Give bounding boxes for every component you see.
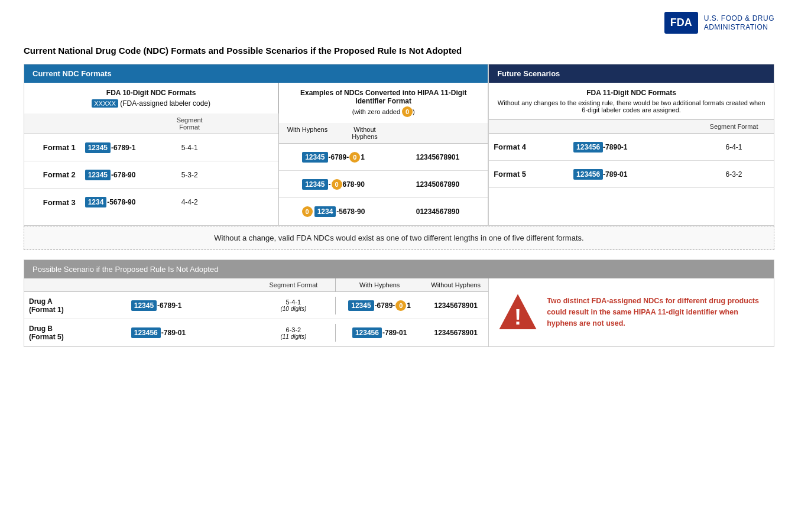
- hyph-zero-first-3: 0: [302, 206, 313, 217]
- format-label-2: Format 2: [24, 166, 80, 184]
- table-row: Format 4 123456-7890-1 6-4-1: [489, 134, 774, 161]
- format-label-1: Format 1: [24, 138, 80, 157]
- ndc-plain-2: -678-90: [111, 171, 135, 179]
- future-col-label-empty: [489, 120, 569, 133]
- col-headers-right: With Hyphens Without Hyphens: [279, 123, 488, 144]
- labeler-code-suffix: (FDA-assigned labeler code): [118, 99, 210, 108]
- drug-b-format: (Format 5): [29, 333, 122, 341]
- future-col-segment-header: Segment Format: [694, 120, 774, 133]
- hyph-blue-1: 12345: [302, 152, 327, 163]
- future-empty-row: [489, 188, 774, 215]
- segment-2: 5-3-2: [164, 166, 215, 184]
- future-ndc-5: 123456-789-01: [569, 164, 694, 184]
- left-sub-header: FDA 10-Digit NDC Formats XXXXX (FDA-assi…: [24, 83, 278, 113]
- hyph-rest-2: -: [329, 180, 331, 189]
- ndc-blue-3: 1234: [85, 197, 107, 207]
- ndc-display-2: 12345-678-90: [80, 165, 164, 185]
- warning-icon: !: [497, 292, 539, 333]
- fda-org-text: U.S. FOOD & DRUG ADMINISTRATION: [704, 14, 774, 31]
- scenario-col-headers: Segment Format With Hyphens Without Hyph…: [24, 278, 488, 292]
- future-scenarios-header: Future Scenarios: [489, 64, 774, 83]
- current-right-panel: Examples of NDCs Converted into HIPAA 11…: [279, 83, 488, 225]
- warning-triangle-svg: !: [497, 292, 539, 333]
- scenario-section: Possible Scenario if the Proposed Rule I…: [24, 259, 774, 347]
- ndc-plain-3: -5678-90: [107, 198, 135, 206]
- future-sub-header: FDA 11-Digit NDC Formats Without any cha…: [489, 83, 774, 120]
- future-format-4: Format 4: [489, 138, 569, 156]
- drug-a-hyph-zero: 0: [395, 300, 406, 311]
- scenario-warning: ! Two distinct FDA-assigned NDCs for dif…: [489, 278, 774, 346]
- drug-a-name: Drug A: [29, 297, 122, 306]
- future-sub-note: Without any changes to the existing rule…: [497, 99, 765, 113]
- drug-a-ndc-blue: 12345: [131, 300, 157, 311]
- scenario-header: Possible Scenario if the Proposed Rule I…: [24, 260, 774, 278]
- hyph-zero-1: 0: [349, 152, 360, 163]
- scn-col-nohyphens-header: Without Hyphens: [423, 278, 488, 291]
- ndc-display-1: 12345-6789-1: [80, 138, 164, 158]
- drug-a-hyph-rest: -6789-: [375, 301, 395, 310]
- right-sub-header-text: Examples of NDCs Converted into HIPAA 11…: [300, 89, 466, 105]
- drug-a-ndc: 12345-6789-1: [126, 297, 252, 314]
- scn-col-segment-header: Segment Format: [252, 278, 335, 291]
- right-sub-note2: ): [413, 108, 415, 115]
- hyph-blue-2: 12345: [302, 179, 327, 190]
- col-header-empty1: [24, 113, 80, 134]
- hyph-end-2: 678-90: [343, 180, 365, 189]
- drug-b-ndc-rest: -789-01: [161, 329, 186, 337]
- page-title: Current National Drug Code (NDC) Formats…: [24, 46, 774, 56]
- future-ndc-blue-4: 123456: [573, 142, 603, 153]
- drug-b-name: Drug B: [29, 325, 122, 333]
- future-col-headers: Segment Format: [489, 120, 774, 134]
- future-ndc-4: 123456-7890-1: [569, 137, 694, 157]
- current-sub-headers: FDA 10-Digit NDC Formats XXXXX (FDA-assi…: [24, 83, 488, 225]
- future-sub-header-title: FDA 11-Digit NDC Formats: [497, 89, 765, 97]
- drug-b-no-hyphens: 12345678901: [423, 325, 488, 340]
- table-row: Format 3 1234-5678-90 4-4-2: [24, 189, 278, 216]
- future-segment-4: 6-4-1: [694, 138, 774, 156]
- drug-b-seg-1: 6-3-2: [257, 326, 330, 333]
- hyph-zero-2: 0: [332, 179, 342, 190]
- future-ndc-rest-5: -789-01: [603, 170, 627, 179]
- labeler-code-highlight: XXXXX: [92, 99, 118, 108]
- ndc-plain-1: -6789-1: [111, 144, 135, 152]
- fda-logo-area: FDA U.S. FOOD & DRUG ADMINISTRATION: [24, 12, 774, 34]
- right-sub-header: Examples of NDCs Converted into HIPAA 11…: [279, 83, 488, 123]
- current-ndc-header: Current NDC Formats: [24, 64, 488, 83]
- drug-a-hyph-end: 1: [407, 301, 411, 310]
- zero-circle-header: 0: [402, 106, 413, 117]
- scn-col-label-empty: [24, 278, 126, 291]
- table-row: 12345-0678-90 12345067890: [279, 171, 488, 198]
- scenario-table: Segment Format With Hyphens Without Hyph…: [24, 278, 489, 346]
- hyph-cell-3: 01234-5678-90: [279, 202, 387, 222]
- future-segment-5: 6-3-2: [694, 166, 774, 183]
- col-header-no-hyphens: Without Hyphens: [336, 123, 394, 143]
- fda-org-name: U.S. FOOD & DRUG: [704, 14, 774, 22]
- drug-b-hyph-rest: -789-01: [382, 329, 407, 337]
- drug-a-label: Drug A (Format 1): [24, 294, 126, 317]
- segment-1: 5-4-1: [164, 139, 215, 157]
- hyph-rest-1: -6789-: [329, 153, 349, 161]
- hyph-blue-3: 1234: [314, 206, 336, 217]
- right-sub-note: (with zero added: [352, 108, 402, 115]
- table-row: Format 2 12345-678-90 5-3-2: [24, 161, 278, 189]
- drug-a-seg-2: (10 digits): [257, 306, 330, 312]
- scn-col-ndc-empty: [126, 278, 252, 291]
- col-headers-left: Segment Format: [24, 113, 278, 134]
- col-header-empty2: [80, 113, 164, 134]
- format-label-3: Format 3: [24, 193, 80, 212]
- table-row: 12345-6789-01 12345678901: [279, 144, 488, 171]
- summary-note: Without a change, valid FDA NDCs would e…: [24, 226, 774, 250]
- ndc-blue-1: 12345: [85, 142, 111, 153]
- drug-a-hyphens: 12345-6789-01: [335, 297, 423, 314]
- warning-text: Two distinct FDA-assigned NDCs for diffe…: [547, 296, 765, 329]
- no-hyph-cell-2: 12345067890: [388, 176, 488, 193]
- fda-org-sub: ADMINISTRATION: [704, 23, 774, 31]
- hyph-rest-3: -5678-90: [336, 207, 365, 216]
- table-row: Format 5 123456-789-01 6-3-2: [489, 161, 774, 188]
- drug-a-format: (Format 1): [29, 306, 122, 314]
- table-row: Drug B (Format 5) 123456-789-01 6-3-2 (1…: [24, 319, 488, 346]
- drug-a-segment: 5-4-1 (10 digits): [252, 295, 335, 316]
- drug-b-label: Drug B (Format 5): [24, 321, 126, 345]
- drug-b-hyphens: 123456-789-01: [335, 324, 423, 342]
- col-header-segment: Segment Format: [164, 113, 215, 134]
